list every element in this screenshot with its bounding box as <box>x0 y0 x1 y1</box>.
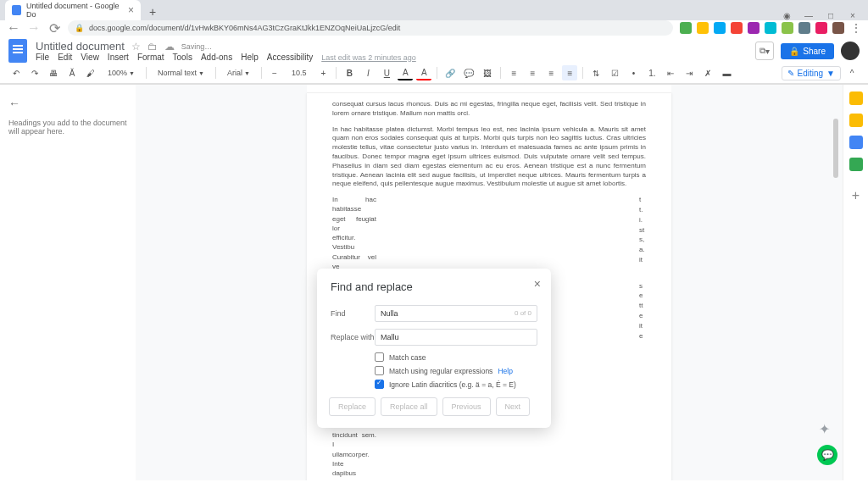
align-center-icon[interactable]: ≡ <box>525 65 540 80</box>
number-list-icon[interactable]: 1. <box>644 65 659 80</box>
decrease-font-icon[interactable]: − <box>267 65 282 80</box>
last-edit-link[interactable]: Last edit was 2 minutes ago <box>321 53 416 62</box>
bullet-list-icon[interactable]: • <box>626 65 641 80</box>
checklist-icon[interactable]: ☑ <box>607 65 622 80</box>
scroll-thumb[interactable] <box>833 119 838 178</box>
menu-format[interactable]: Format <box>137 53 164 62</box>
mode-select[interactable]: ✎ Editing ▼ <box>782 66 841 80</box>
menu-add-ons[interactable]: Add-ons <box>201 53 232 62</box>
input-tools-icon[interactable]: ▬ <box>719 65 734 80</box>
increase-indent-icon[interactable]: ⇥ <box>682 65 697 80</box>
bold-icon[interactable]: B <box>342 65 357 80</box>
italic-icon[interactable]: I <box>360 65 376 80</box>
collapse-toolbar-icon[interactable]: ^ <box>844 65 860 80</box>
paragraph[interactable]: In hac habitasse platea dictumst. Morbi … <box>332 125 646 190</box>
underline-icon[interactable]: U <box>379 65 394 80</box>
menu-view[interactable]: View <box>81 53 99 62</box>
account-avatar[interactable] <box>841 42 860 60</box>
browser-menu-icon[interactable]: ⋮ <box>851 22 861 34</box>
paragraph[interactable]: i. <box>639 216 646 225</box>
paragraph[interactable]: it <box>639 256 646 265</box>
extension-icon-5[interactable] <box>765 22 776 34</box>
tasks-icon[interactable] <box>849 136 863 149</box>
paragraph[interactable]: it <box>639 322 646 331</box>
contacts-icon[interactable] <box>849 158 863 171</box>
keep-icon[interactable] <box>849 114 863 127</box>
menu-file[interactable]: File <box>36 53 49 62</box>
decrease-indent-icon[interactable]: ⇤ <box>663 65 678 80</box>
font-select[interactable]: Arial▼ <box>221 67 256 79</box>
paragraph[interactable]: tt <box>639 302 646 311</box>
share-button[interactable]: 🔒 Share <box>781 43 834 59</box>
increase-font-icon[interactable]: + <box>315 65 331 80</box>
align-justify-icon[interactable]: ≡ <box>562 65 577 80</box>
outline-back-icon[interactable]: ← <box>8 97 127 110</box>
close-window-icon[interactable]: × <box>848 11 858 20</box>
menu-tools[interactable]: Tools <box>173 53 192 62</box>
paragraph[interactable]: eget feugiat lor <box>332 215 376 234</box>
paragraph[interactable]: e <box>639 312 646 321</box>
paragraph[interactable]: t <box>639 196 646 205</box>
menu-insert[interactable]: Insert <box>108 53 129 62</box>
redo-icon[interactable]: ↷ <box>27 65 42 80</box>
menu-help[interactable]: Help <box>241 53 259 62</box>
paragraph[interactable]: e <box>639 332 646 341</box>
back-icon[interactable]: ← <box>7 21 20 35</box>
paragraph[interactable]: In hac habitasse <box>332 196 376 214</box>
font-size[interactable]: 10.5 <box>286 67 313 79</box>
replace-button[interactable]: Replace <box>329 397 376 416</box>
find-input[interactable]: Nulla 0 of 0 <box>375 305 537 322</box>
present-button[interactable]: ⧉▾ <box>755 42 774 60</box>
menu-accessibility[interactable]: Accessibility <box>267 53 313 62</box>
paragraph[interactable]: efficitur. Vestibu <box>332 234 376 252</box>
comment-icon[interactable]: 💬 <box>461 65 476 80</box>
replace-input[interactable]: Mallu <box>375 329 537 346</box>
doc-title[interactable]: Untitled document <box>36 40 125 53</box>
explore-icon[interactable]: ✦ <box>819 421 837 440</box>
add-addon-icon[interactable]: + <box>852 188 860 203</box>
highlight-icon[interactable]: A <box>416 65 431 80</box>
close-icon[interactable]: × <box>128 4 134 16</box>
extension-icon-9[interactable] <box>832 22 844 34</box>
next-button[interactable]: Next <box>496 397 531 416</box>
ruler[interactable] <box>307 85 671 93</box>
clear-format-icon[interactable]: ✗ <box>700 65 715 80</box>
extension-icon-3[interactable] <box>731 22 743 34</box>
extension-icon-2[interactable] <box>714 22 726 34</box>
close-dialog-icon[interactable]: × <box>534 277 541 291</box>
undo-icon[interactable]: ↶ <box>8 65 24 80</box>
replace-all-button[interactable]: Replace all <box>381 397 437 416</box>
browser-tab[interactable]: Untitled document - Google Do × <box>5 0 141 20</box>
paragraph[interactable]: e <box>639 291 646 301</box>
reload-icon[interactable]: ⟳ <box>47 21 61 35</box>
line-spacing-icon[interactable]: ⇅ <box>588 65 604 80</box>
extension-icon-0[interactable] <box>680 22 692 34</box>
spellcheck-icon[interactable]: Ă <box>64 65 80 80</box>
extension-icon-1[interactable] <box>697 22 709 34</box>
paint-format-icon[interactable]: 🖌 <box>83 65 98 80</box>
regex-checkbox[interactable] <box>375 366 384 375</box>
paragraph[interactable]: consequat cursus lacus rhoncus. Duis ac … <box>332 100 646 119</box>
paragraph[interactable]: a. <box>639 246 646 255</box>
paragraph[interactable]: st <box>639 226 646 236</box>
print-icon[interactable]: 🖶 <box>46 65 61 80</box>
star-icon[interactable]: ☆ <box>131 41 141 53</box>
image-icon[interactable]: 🖼 <box>480 65 495 80</box>
extension-icon-6[interactable] <box>782 22 793 34</box>
maximize-icon[interactable]: □ <box>826 11 836 20</box>
address-bar[interactable]: 🔒 docs.google.com/document/d/1vHwkBKY06m… <box>68 20 673 36</box>
paragraph[interactable]: s, <box>639 236 646 245</box>
paragraph[interactable]: dapibus commod <box>332 469 376 480</box>
paragraph[interactable]: s <box>639 282 646 291</box>
calendar-icon[interactable] <box>849 92 863 105</box>
match-case-checkbox[interactable] <box>375 352 384 362</box>
zoom-select[interactable]: 100%▼ <box>102 67 141 79</box>
previous-button[interactable]: Previous <box>442 397 491 416</box>
move-icon[interactable]: 🗀 <box>147 41 158 53</box>
paragraph[interactable]: ullamcorper. Inte <box>332 451 376 469</box>
minimize-icon[interactable]: — <box>804 11 814 20</box>
link-icon[interactable]: 🔗 <box>442 65 458 80</box>
diacritics-checkbox[interactable] <box>375 380 384 389</box>
docs-logo[interactable] <box>8 39 27 63</box>
style-select[interactable]: Normal text▼ <box>152 67 210 79</box>
